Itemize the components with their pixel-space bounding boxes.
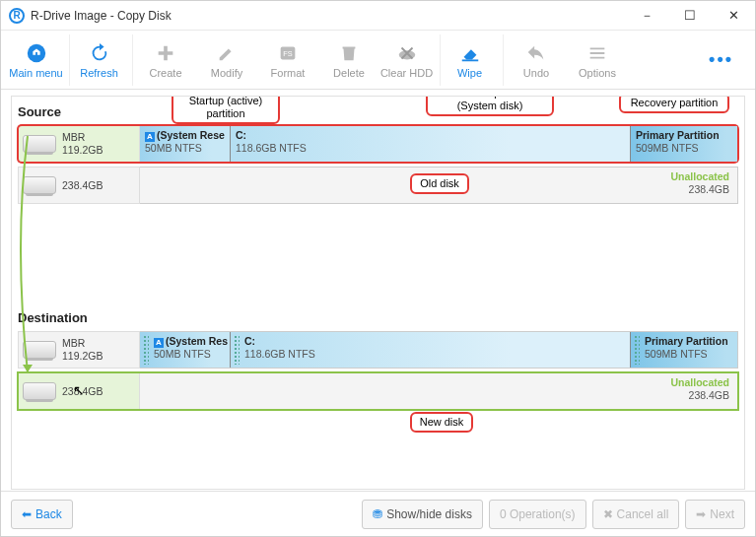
- active-flag-icon: A: [154, 338, 164, 348]
- destination-disk-1[interactable]: MBR 119.2GB A(System Res 50MB NTFS C: 11…: [18, 331, 738, 369]
- partition-system-reserved[interactable]: A(System Rese 50MB NTFS: [140, 126, 231, 162]
- create-button[interactable]: Create: [135, 34, 196, 86]
- annotation-new-disk: New disk: [410, 412, 473, 433]
- delete-label: Delete: [333, 67, 365, 79]
- source-section-label: Source: [18, 104, 738, 119]
- app-logo-icon: R: [9, 8, 25, 24]
- main-menu-button[interactable]: Main menu: [9, 34, 70, 86]
- hdd-icon: [23, 176, 56, 194]
- partition-recovery[interactable]: Primary Partition 509MB NTFS: [631, 332, 737, 368]
- disk-header[interactable]: 238.4GB: [18, 167, 140, 204]
- pencil-icon: [215, 41, 239, 65]
- create-label: Create: [149, 67, 181, 79]
- cancel-icon: ✖: [603, 507, 613, 521]
- options-button[interactable]: Options: [567, 34, 628, 86]
- disk-header[interactable]: ↖ 238.4GB: [18, 372, 140, 410]
- partition-bar: Unallocated 238.4GB: [140, 372, 738, 410]
- title-bar: R R-Drive Image - Copy Disk － ☐ ✕: [1, 1, 755, 31]
- svg-rect-4: [461, 59, 478, 61]
- disk-size: 238.4GB: [62, 179, 103, 192]
- cancel-all-button[interactable]: ✖ Cancel all: [592, 500, 680, 529]
- partition-system-reserved[interactable]: A(System Res 50MB NTFS: [140, 332, 231, 368]
- clear-hdd-label: Clear HDD: [380, 67, 433, 79]
- show-hide-disks-button[interactable]: ⛃ Show/hide disks: [362, 500, 483, 529]
- partition-unallocated[interactable]: Unallocated 238.4GB: [140, 168, 737, 203]
- partition-bar: Unallocated 238.4GB: [140, 167, 738, 204]
- more-button[interactable]: •••: [695, 49, 747, 70]
- window-title: R-Drive Image - Copy Disk: [31, 9, 172, 23]
- wipe-button[interactable]: Wipe: [443, 34, 504, 86]
- format-label: Format: [271, 67, 306, 79]
- minimize-button[interactable]: －: [625, 1, 668, 31]
- hdd-icon: [23, 341, 56, 359]
- disk-size: 238.4GB: [62, 385, 103, 398]
- disk-header[interactable]: MBR 119.2GB: [18, 125, 140, 163]
- drag-handle-icon[interactable]: [143, 335, 149, 365]
- partition-c[interactable]: C: 118.6GB NTFS: [231, 126, 631, 162]
- drag-handle-icon[interactable]: [634, 335, 640, 365]
- destination-section-label: Destination: [18, 310, 738, 325]
- plus-icon: [154, 41, 177, 65]
- clear-hdd-icon: [395, 41, 419, 65]
- partition-bar: A(System Rese 50MB NTFS C: 118.6GB NTFS …: [140, 125, 738, 163]
- partition-unallocated[interactable]: Unallocated 238.4GB: [140, 373, 737, 409]
- undo-label: Undo: [523, 67, 549, 79]
- drag-handle-icon[interactable]: [234, 335, 240, 365]
- options-label: Options: [579, 67, 616, 79]
- format-button[interactable]: FS Format: [257, 34, 318, 86]
- hdd-icon: [23, 135, 56, 153]
- modify-label: Modify: [211, 67, 242, 79]
- arrow-right-icon: ➡: [696, 507, 706, 521]
- refresh-button[interactable]: Refresh: [72, 34, 133, 86]
- main-menu-label: Main menu: [9, 67, 62, 79]
- partition-c[interactable]: C: 118.6GB NTFS: [231, 332, 631, 368]
- filesystem-icon: FS: [276, 41, 300, 65]
- wipe-label: Wipe: [457, 67, 482, 79]
- source-disk-2[interactable]: 238.4GB Unallocated 238.4GB: [18, 167, 738, 204]
- disk-header[interactable]: MBR 119.2GB: [18, 331, 140, 369]
- disk-size: 119.2GB: [62, 350, 103, 363]
- trash-icon: [337, 41, 361, 65]
- arrow-left-icon: ⬅: [22, 507, 32, 521]
- disk-scheme: MBR: [62, 131, 103, 144]
- svg-point-0: [27, 43, 44, 61]
- close-button[interactable]: ✕: [712, 1, 755, 31]
- eraser-icon: [458, 41, 482, 65]
- home-icon: [25, 41, 48, 65]
- refresh-label: Refresh: [80, 67, 118, 79]
- refresh-icon: [88, 41, 111, 65]
- destination-disk-2[interactable]: ↖ 238.4GB Unallocated 238.4GB: [18, 372, 738, 410]
- svg-text:FS: FS: [283, 48, 292, 57]
- disk-scheme: MBR: [62, 337, 103, 350]
- source-disk-1[interactable]: MBR 119.2GB A(System Rese 50MB NTFS C: 1…: [18, 125, 738, 163]
- modify-button[interactable]: Modify: [196, 34, 257, 86]
- undo-button[interactable]: Undo: [506, 34, 567, 86]
- next-button[interactable]: ➡ Next: [685, 500, 745, 529]
- disk-size: 119.2GB: [62, 144, 103, 157]
- maximize-button[interactable]: ☐: [668, 1, 712, 31]
- back-button[interactable]: ⬅ Back: [11, 500, 73, 529]
- disks-icon: ⛃: [373, 507, 382, 521]
- active-flag-icon: A: [145, 132, 155, 142]
- hdd-icon: [23, 382, 56, 400]
- toolbar: Main menu Refresh Create Modify FS Forma…: [1, 31, 755, 90]
- operations-button[interactable]: 0 Operation(s): [489, 500, 586, 529]
- partition-recovery[interactable]: Primary Partition 509MB NTFS: [631, 126, 737, 162]
- menu-icon: [585, 41, 609, 65]
- delete-button[interactable]: Delete: [318, 34, 379, 86]
- partition-bar: A(System Res 50MB NTFS C: 118.6GB NTFS P…: [140, 331, 738, 369]
- content-area: Source MBR 119.2GB A(System Rese 50MB NT…: [1, 90, 755, 496]
- undo-icon: [524, 41, 548, 65]
- footer: ⬅ Back ⛃ Show/hide disks 0 Operation(s) …: [1, 491, 755, 536]
- clear-hdd-button[interactable]: Clear HDD: [379, 34, 441, 86]
